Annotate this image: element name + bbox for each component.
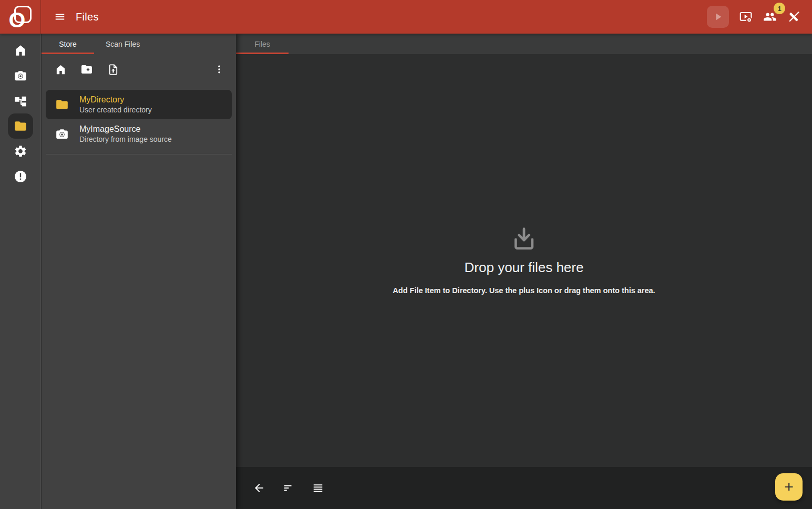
list-divider — [46, 154, 232, 154]
sidebar-item-alerts[interactable] — [8, 164, 33, 189]
new-folder-button[interactable] — [79, 62, 94, 77]
sidebar-item-settings[interactable] — [8, 139, 33, 164]
sidebar-item-home[interactable] — [8, 38, 33, 63]
directory-list: MyDirectory User created directory MyIma… — [42, 90, 236, 154]
plus-icon: + — [784, 479, 794, 495]
menu-button[interactable] — [49, 6, 70, 27]
sidebar-item-files[interactable] — [8, 113, 33, 139]
sort-icon — [283, 482, 294, 494]
page-title: Files — [76, 11, 99, 23]
more-options-button[interactable] — [212, 62, 227, 77]
directory-row-mydirectory[interactable]: MyDirectory User created directory — [46, 90, 232, 119]
app-window: O Files — [0, 0, 812, 509]
arrow-back-icon — [253, 482, 265, 494]
file-upload-icon — [107, 64, 119, 76]
directory-subtitle: User created directory — [79, 106, 152, 114]
sidebar-item-tree[interactable] — [8, 88, 33, 113]
bottom-toolbar: + — [236, 467, 812, 509]
store-panel-tabs: Store Scan Files — [42, 34, 236, 54]
download-tray-icon — [510, 227, 538, 253]
folder-icon — [14, 119, 27, 133]
header: O Files — [0, 0, 812, 34]
store-panel: Store Scan Files — [42, 34, 236, 509]
close-icon — [787, 10, 801, 24]
logo-icon: O — [8, 4, 33, 29]
directory-texts: MyDirectory User created directory — [79, 95, 152, 114]
directory-subtitle: Directory from image source — [79, 136, 172, 143]
main-area: Files Drop your files here Add File Item… — [236, 34, 812, 509]
reorder-list-icon — [312, 482, 324, 494]
camera-icon — [14, 69, 27, 82]
folder-icon — [55, 98, 69, 111]
notification-badge: 1 — [774, 3, 785, 14]
tree-icon — [14, 94, 27, 108]
home-icon — [55, 64, 67, 76]
tab-store[interactable]: Store — [42, 34, 94, 54]
screen-play-gear-icon — [739, 10, 753, 24]
header-actions: 1 — [707, 6, 812, 28]
tab-files[interactable]: Files — [236, 34, 289, 54]
camera-icon — [55, 127, 69, 141]
list-view-button[interactable] — [307, 477, 328, 498]
sidebar-item-camera[interactable] — [8, 63, 33, 88]
alert-icon — [14, 170, 27, 183]
directory-title: MyDirectory — [79, 95, 152, 105]
directory-title: MyImageSource — [79, 124, 172, 134]
close-button[interactable] — [784, 6, 805, 27]
sidebar — [0, 34, 41, 509]
app-logo[interactable]: O — [0, 0, 41, 34]
store-toolbar — [42, 55, 236, 84]
home-button[interactable] — [53, 62, 68, 77]
users-wrap: 1 — [759, 6, 780, 27]
play-button[interactable] — [707, 6, 729, 28]
folder-plus-icon — [80, 63, 93, 76]
upload-file-button[interactable] — [106, 62, 120, 77]
gear-icon — [14, 144, 27, 158]
tab-scan-files[interactable]: Scan Files — [94, 34, 151, 54]
sort-button[interactable] — [278, 477, 299, 498]
kebab-menu-icon — [214, 64, 224, 75]
dropzone-hint: Add File Item to Directory. Use the plus… — [393, 286, 655, 295]
directory-texts: MyImageSource Directory from image sourc… — [79, 124, 172, 143]
file-dropzone[interactable]: Drop your files here Add File Item to Di… — [236, 54, 812, 467]
add-file-fab[interactable]: + — [775, 473, 803, 501]
home-icon — [14, 44, 27, 57]
directory-row-myimagesource[interactable]: MyImageSource Directory from image sourc… — [46, 119, 232, 149]
dropzone-title: Drop your files here — [465, 259, 584, 276]
main-tabbar: Files — [236, 34, 812, 54]
hamburger-icon — [54, 11, 66, 23]
media-settings-button[interactable] — [735, 6, 756, 27]
logo-letter: O — [9, 9, 26, 31]
back-button[interactable] — [249, 477, 270, 498]
play-icon — [712, 11, 724, 23]
